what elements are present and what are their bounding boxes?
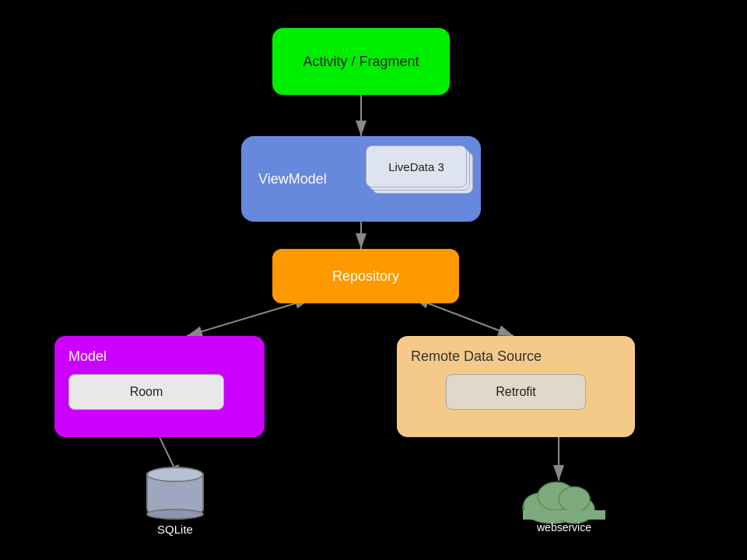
- activity-fragment-box: Activity / Fragment: [272, 28, 450, 95]
- repository-box: Repository: [272, 249, 459, 303]
- room-label: Room: [130, 385, 163, 399]
- viewmodel-box: ViewModel LiveData 3: [241, 136, 481, 222]
- livedata-stack: LiveData 3: [366, 145, 467, 187]
- arrow-repo-model: [187, 303, 296, 336]
- room-box: Room: [68, 374, 224, 410]
- sqlite-group: SQLite: [146, 467, 204, 536]
- svg-point-6: [559, 487, 590, 512]
- livedata-card-front: LiveData 3: [366, 145, 467, 187]
- webservice-group: webservice: [514, 473, 615, 534]
- model-box: Model Room: [54, 336, 265, 437]
- svg-rect-7: [523, 510, 605, 520]
- livedata-label: LiveData 3: [388, 160, 444, 173]
- retrofit-box: Retrofit: [446, 374, 586, 410]
- remote-data-source-label: Remote Data Source: [411, 348, 542, 365]
- sqlite-label: SQLite: [157, 523, 193, 536]
- sqlite-cylinder: [146, 467, 204, 520]
- cylinder-bottom: [146, 509, 204, 520]
- arrow-repo-remote: [428, 303, 514, 336]
- diagram-container: Activity / Fragment ViewModel LiveData 3…: [0, 0, 747, 560]
- cloud-icon: [514, 473, 615, 527]
- remote-data-source-box: Remote Data Source Retrofit: [397, 336, 635, 437]
- cylinder-top: [146, 467, 204, 482]
- repository-label: Repository: [332, 268, 399, 285]
- retrofit-label: Retrofit: [496, 385, 536, 399]
- webservice-label: webservice: [537, 521, 591, 534]
- model-label: Model: [68, 348, 107, 365]
- viewmodel-label: ViewModel: [258, 171, 327, 187]
- activity-fragment-label: Activity / Fragment: [303, 54, 419, 70]
